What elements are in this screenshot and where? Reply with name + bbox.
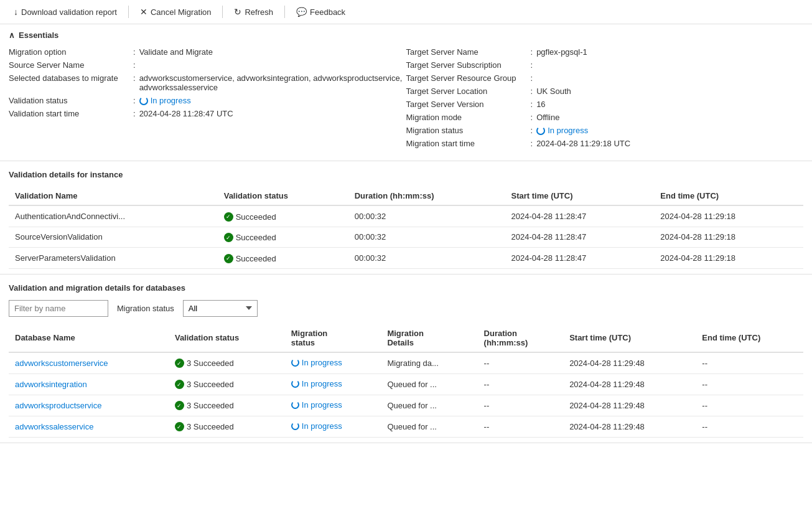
duration-cell: 00:00:32 [348, 248, 505, 269]
migration-option-label: Migration option [9, 47, 133, 57]
download-button[interactable]: ↓ Download validation report [7, 4, 123, 20]
target-server-name-row: Target Server Name : pgflex-pgsql-1 [406, 47, 804, 57]
col-validation-name: Validation Name [9, 187, 218, 205]
db-migration-status-cell: In progress [285, 352, 381, 374]
cancel-button[interactable]: ✕ Cancel Migration [134, 4, 218, 20]
feedback-button[interactable]: 💬 Feedback [290, 4, 352, 20]
validation-spinner [139, 96, 148, 105]
migration-mode-row: Migration mode : Offline [406, 113, 804, 122]
essentials-header[interactable]: ∧ Essentials [9, 30, 803, 40]
source-server-row: Source Server Name : [9, 60, 406, 70]
download-label: Download validation report [21, 7, 117, 17]
table-row: advworksproductservice ✓ 3 Succeeded In … [9, 395, 803, 416]
db-duration-cell: -- [478, 416, 564, 437]
migration-start-label: Migration start time [406, 139, 531, 148]
db-validation-status-cell: ✓ 3 Succeeded [169, 395, 285, 416]
collapse-icon: ∧ [9, 30, 15, 40]
db-name-cell[interactable]: advworksproductservice [9, 395, 169, 416]
validation-status-value: In progress [139, 96, 191, 105]
table-row: AuthenticationAndConnectivi... ✓ Succeed… [9, 205, 803, 227]
refresh-button[interactable]: ↻ Refresh [228, 4, 279, 20]
db-name-cell[interactable]: advworkscustomerservice [9, 352, 169, 374]
start-time-cell: 2024-04-28 11:28:47 [505, 248, 655, 269]
selected-db-row: Selected databases to migrate : advworks… [9, 73, 406, 92]
filter-input[interactable] [9, 300, 108, 317]
db-name-cell[interactable]: advworkssalesservice [9, 416, 169, 437]
database-table: Database Name Validation status Migratio… [9, 324, 803, 438]
succeeded-badge: ✓ Succeeded [224, 233, 276, 242]
db-start-cell: 2024-04-28 11:29:48 [563, 373, 696, 395]
feedback-label: Feedback [310, 7, 345, 17]
db-end-cell: -- [696, 395, 803, 416]
duration-cell: 00:00:32 [348, 205, 505, 227]
db-duration-cell: -- [478, 373, 564, 395]
table-row: SourceVersionValidation ✓ Succeeded 00:0… [9, 227, 803, 248]
db-check-icon: ✓ [175, 380, 184, 389]
filter-area: Migration status All [9, 300, 803, 317]
essentials-left: Migration option : Validate and Migrate … [9, 47, 406, 152]
divider-3 [284, 6, 285, 18]
col-db-name: Database Name [9, 324, 169, 352]
target-location-value: UK South [536, 87, 571, 96]
db-end-cell: -- [696, 416, 803, 437]
selected-db-label: Selected databases to migrate [9, 73, 133, 83]
db-validation-status-cell: ✓ 3 Succeeded [169, 416, 285, 437]
validation-start-label: Validation start time [9, 109, 133, 118]
db-migration-status-cell: In progress [285, 416, 381, 437]
migration-start-row: Migration start time : 2024-04-28 11:29:… [406, 139, 804, 148]
end-time-cell: 2024-04-28 11:29:18 [654, 205, 803, 227]
db-migration-details-cell: Queued for ... [381, 416, 477, 437]
migration-status-select[interactable]: All [183, 300, 258, 317]
target-sub-label: Target Server Subscription [406, 60, 531, 70]
db-start-cell: 2024-04-28 11:29:48 [563, 395, 696, 416]
db-duration-cell: -- [478, 395, 564, 416]
migration-mode-label: Migration mode [406, 113, 531, 122]
db-link[interactable]: advworksintegration [15, 380, 87, 389]
db-migration-status-cell: In progress [285, 373, 381, 395]
col-db-duration: Duration(hh:mm:ss) [478, 324, 564, 352]
db-succeeded-badge: ✓ 3 Succeeded [175, 380, 234, 389]
divider-1 [128, 6, 129, 18]
validation-instance-thead: Validation Name Validation status Durati… [9, 187, 803, 205]
db-link[interactable]: advworksproductservice [15, 401, 101, 410]
db-link[interactable]: advworkscustomerservice [15, 359, 108, 368]
validation-name-cell: ServerParametersValidation [9, 248, 218, 269]
validation-instance-section: Validation details for instance Validati… [0, 161, 812, 274]
migration-start-value: 2024-04-28 11:29:18 UTC [536, 139, 630, 148]
migration-status-row: Migration status : In progress [406, 126, 804, 135]
essentials-section: ∧ Essentials Migration option : Validate… [0, 24, 812, 161]
migration-option-row: Migration option : Validate and Migrate [9, 47, 406, 57]
migration-option-value: Validate and Migrate [139, 47, 213, 57]
feedback-icon: 💬 [296, 7, 307, 17]
migration-spinner [536, 126, 545, 135]
validation-status-cell: ✓ Succeeded [218, 248, 348, 269]
table-row: ServerParametersValidation ✓ Succeeded 0… [9, 248, 803, 269]
validation-status-cell: ✓ Succeeded [218, 227, 348, 248]
target-location-label: Target Server Location [406, 87, 531, 96]
db-start-cell: 2024-04-28 11:29:48 [563, 416, 696, 437]
validation-status-row: Validation status : In progress [9, 96, 406, 105]
db-succeeded-badge: ✓ 3 Succeeded [175, 401, 234, 410]
validation-status-text: In progress [151, 96, 191, 105]
divider-2 [222, 6, 223, 18]
db-link[interactable]: advworkssalesservice [15, 422, 93, 431]
db-start-cell: 2024-04-28 11:29:48 [563, 352, 696, 374]
start-time-cell: 2024-04-28 11:28:47 [505, 205, 655, 227]
target-version-row: Target Server Version : 16 [406, 100, 804, 109]
db-in-progress-badge: In progress [291, 379, 342, 388]
end-time-cell: 2024-04-28 11:29:18 [654, 248, 803, 269]
migration-status-value: In progress [536, 126, 588, 135]
validation-instance-title: Validation details for instance [9, 170, 803, 179]
db-name-cell[interactable]: advworksintegration [9, 373, 169, 395]
table-row: advworksintegration ✓ 3 Succeeded In pro… [9, 373, 803, 395]
migration-mode-value: Offline [536, 113, 559, 122]
refresh-label: Refresh [245, 7, 273, 17]
target-version-label: Target Server Version [406, 100, 531, 109]
db-duration-cell: -- [478, 352, 564, 374]
source-server-label: Source Server Name [9, 60, 133, 70]
col-db-migration-status: Migrationstatus [285, 324, 381, 352]
succeeded-badge: ✓ Succeeded [224, 254, 276, 263]
db-migration-details-cell: Migrating da... [381, 352, 477, 374]
validation-name-cell: SourceVersionValidation [9, 227, 218, 248]
db-migration-status-cell: In progress [285, 395, 381, 416]
